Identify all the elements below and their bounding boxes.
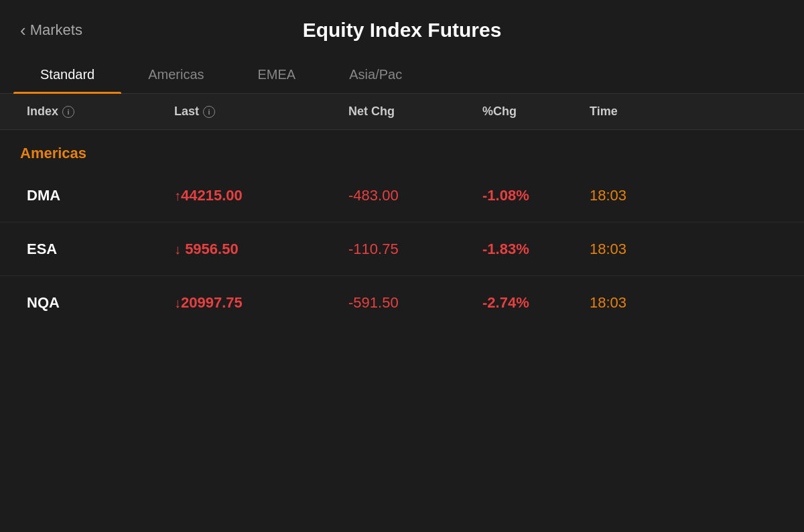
column-headers: Index i Last i Net Chg %Chg Time (0, 94, 804, 130)
table-row[interactable]: DMA ↑44215.00 -483.00 -1.08% 18:03 (0, 169, 804, 222)
tabs-container: Standard Americas EMEA Asia/Pac (0, 55, 804, 94)
cell-last-esa: ↓ 5956.50 (168, 227, 342, 271)
data-table: Americas DMA ↑44215.00 -483.00 -1.08% 18… (0, 130, 804, 532)
cell-last-dma: ↑44215.00 (168, 174, 342, 218)
cell-time-nqa: 18:03 (583, 281, 663, 325)
cell-pctchg-dma: -1.08% (476, 174, 583, 218)
header: ‹ Markets Equity Index Futures (0, 0, 804, 55)
col-header-net-chg: Net Chg (342, 94, 476, 129)
back-button[interactable]: ‹ Markets (20, 20, 82, 41)
cell-time-dma: 18:03 (583, 174, 663, 218)
col-header-last: Last i (168, 94, 342, 129)
tab-emea[interactable]: EMEA (231, 55, 323, 93)
back-chevron-icon: ‹ (20, 20, 26, 41)
cell-pctchg-nqa: -2.74% (476, 281, 583, 325)
index-info-icon[interactable]: i (62, 106, 74, 118)
app-container: ‹ Markets Equity Index Futures Standard … (0, 0, 804, 532)
table-row[interactable]: ESA ↓ 5956.50 -110.75 -1.83% 18:03 (0, 222, 804, 276)
back-label: Markets (30, 21, 82, 39)
col-header-time: Time (583, 94, 663, 129)
page-title: Equity Index Futures (303, 19, 502, 42)
tab-standard[interactable]: Standard (13, 55, 121, 93)
arrow-up-icon: ↑ (174, 188, 181, 203)
last-info-icon[interactable]: i (203, 106, 215, 118)
arrow-down-icon: ↓ (174, 295, 181, 310)
table-row[interactable]: NQA ↓20997.75 -591.50 -2.74% 18:03 (0, 276, 804, 330)
cell-index-dma: DMA (20, 174, 168, 218)
col-header-pct-chg: %Chg (476, 94, 583, 129)
cell-last-nqa: ↓20997.75 (168, 281, 342, 325)
col-header-index: Index i (20, 94, 168, 129)
cell-pctchg-esa: -1.83% (476, 227, 583, 271)
cell-netchg-nqa: -591.50 (342, 281, 476, 325)
tab-asia-pac[interactable]: Asia/Pac (322, 55, 429, 93)
tab-americas[interactable]: Americas (121, 55, 230, 93)
arrow-down-icon: ↓ (174, 242, 181, 257)
section-header-americas: Americas (0, 130, 804, 169)
cell-time-esa: 18:03 (583, 227, 663, 271)
cell-index-nqa: NQA (20, 281, 168, 325)
cell-index-esa: ESA (20, 227, 168, 271)
cell-netchg-dma: -483.00 (342, 174, 476, 218)
cell-netchg-esa: -110.75 (342, 227, 476, 271)
